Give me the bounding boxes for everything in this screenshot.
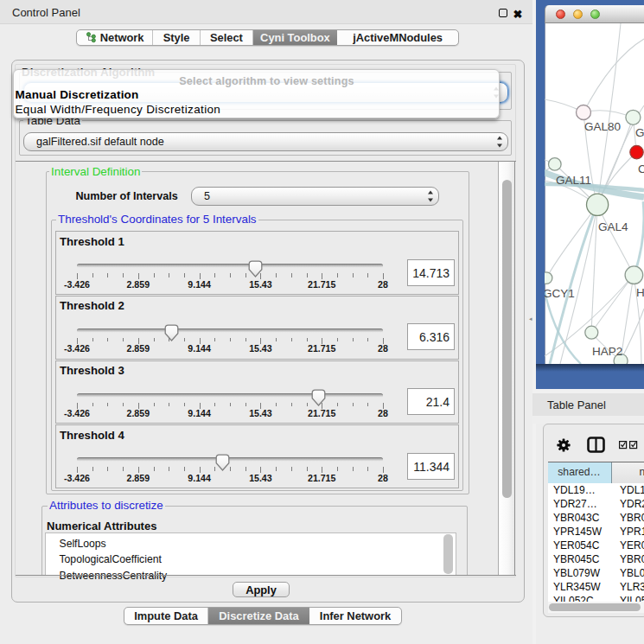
svg-text:HAP2: HAP2 <box>592 345 622 358</box>
svg-text:HAP1: HAP1 <box>636 286 644 299</box>
svg-text:GAL80: GAL80 <box>635 126 644 139</box>
svg-text:GCY1: GCY1 <box>545 287 575 300</box>
svg-text:GAL80: GAL80 <box>584 120 621 133</box>
svg-text:GAL11: GAL11 <box>556 174 591 187</box>
svg-text:GAL4: GAL4 <box>598 220 628 233</box>
svg-text:C: C <box>638 163 644 175</box>
